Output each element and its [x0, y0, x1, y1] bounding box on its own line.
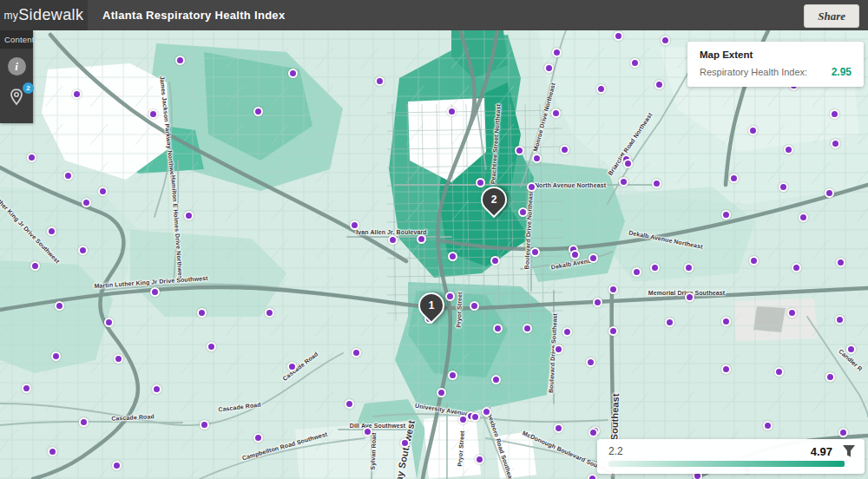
point-marker[interactable] [532, 154, 542, 163]
point-marker[interactable] [652, 179, 661, 188]
point-marker[interactable] [470, 412, 480, 422]
point-marker[interactable] [784, 145, 793, 154]
point-marker[interactable] [345, 399, 354, 409]
point-marker[interactable] [352, 348, 361, 358]
point-marker[interactable] [630, 58, 640, 68]
point-marker[interactable] [197, 308, 207, 318]
point-marker[interactable] [721, 317, 731, 326]
point-marker[interactable] [608, 285, 618, 294]
point-marker[interactable] [787, 308, 797, 318]
point-marker[interactable] [476, 178, 485, 187]
content-tab[interactable]: Content [0, 30, 33, 49]
point-marker[interactable] [27, 153, 36, 162]
point-marker[interactable] [447, 107, 457, 116]
point-marker[interactable] [448, 371, 457, 380]
legend-gradient[interactable] [608, 461, 845, 467]
point-marker[interactable] [799, 213, 808, 222]
point-marker[interactable] [287, 362, 297, 371]
point-marker[interactable] [175, 56, 185, 65]
point-marker[interactable] [104, 318, 114, 327]
point-marker[interactable] [152, 384, 161, 394]
point-marker[interactable] [448, 252, 457, 261]
point-marker[interactable] [654, 80, 664, 89]
point-marker[interactable] [523, 324, 532, 333]
point-marker[interactable] [112, 461, 122, 470]
point-marker[interactable] [363, 427, 372, 436]
point-marker[interactable] [79, 417, 89, 427]
point-marker[interactable] [792, 263, 801, 272]
point-marker[interactable] [835, 315, 845, 325]
point-marker[interactable] [661, 36, 670, 45]
point-marker[interactable] [98, 187, 108, 196]
point-marker[interactable] [184, 211, 194, 220]
point-marker[interactable] [48, 447, 57, 456]
point-marker[interactable] [593, 298, 602, 307]
point-marker[interactable] [445, 292, 455, 301]
location-pin-icon[interactable]: 2 [6, 87, 27, 111]
point-marker[interactable] [588, 474, 597, 479]
point-marker[interactable] [589, 253, 598, 263]
point-marker[interactable] [400, 438, 410, 448]
share-button[interactable]: Share [804, 4, 859, 28]
point-marker[interactable] [685, 292, 694, 302]
point-marker[interactable] [774, 367, 784, 377]
point-marker[interactable] [684, 263, 694, 272]
point-marker[interactable] [493, 324, 503, 333]
point-marker[interactable] [51, 351, 61, 361]
point-marker[interactable] [200, 420, 209, 430]
point-marker[interactable] [632, 267, 641, 277]
point-marker[interactable] [417, 234, 426, 244]
point-marker[interactable] [614, 31, 623, 41]
point-marker[interactable] [253, 433, 263, 443]
point-marker[interactable] [253, 107, 263, 116]
point-marker[interactable] [207, 342, 216, 351]
point-marker[interactable] [586, 358, 595, 367]
point-marker[interactable] [375, 76, 385, 86]
point-marker[interactable] [554, 344, 563, 354]
funnel-icon[interactable] [842, 444, 856, 458]
point-marker[interactable] [836, 258, 845, 267]
point-marker[interactable] [491, 375, 501, 384]
point-marker[interactable] [623, 159, 633, 168]
point-marker[interactable] [838, 428, 848, 437]
point-marker[interactable] [72, 89, 82, 99]
point-marker[interactable] [562, 327, 572, 337]
point-marker[interactable] [350, 220, 359, 230]
point-marker[interactable] [619, 177, 628, 187]
info-icon[interactable]: i [8, 57, 26, 75]
point-marker[interactable] [596, 84, 606, 94]
point-marker[interactable] [490, 256, 500, 266]
point-marker[interactable] [55, 301, 64, 311]
point-marker[interactable] [825, 372, 835, 382]
point-marker[interactable] [148, 109, 158, 119]
point-marker[interactable] [482, 407, 491, 417]
point-marker[interactable] [22, 384, 31, 393]
point-marker[interactable] [729, 174, 739, 183]
point-marker[interactable] [114, 354, 123, 364]
point-marker[interactable] [825, 188, 834, 198]
point-marker[interactable] [388, 235, 398, 245]
point-marker[interactable] [63, 171, 73, 180]
point-marker[interactable] [78, 246, 88, 255]
map-marker-1[interactable]: 1 [413, 287, 450, 324]
point-marker[interactable] [552, 48, 562, 57]
point-marker[interactable] [846, 344, 856, 354]
point-marker[interactable] [721, 364, 731, 374]
point-marker[interactable] [608, 326, 618, 336]
point-marker[interactable] [589, 428, 598, 437]
point-marker[interactable] [749, 256, 759, 266]
point-marker[interactable] [527, 182, 536, 192]
point-marker[interactable] [150, 287, 160, 297]
map-canvas[interactable]: James Jackson Parkway NorthwestHamilton … [0, 30, 868, 479]
point-marker[interactable] [830, 109, 839, 119]
point-marker[interactable] [265, 308, 274, 318]
point-marker[interactable] [544, 63, 554, 73]
point-marker[interactable] [763, 421, 773, 430]
point-marker[interactable] [82, 198, 91, 207]
point-marker[interactable] [515, 146, 524, 155]
point-marker[interactable] [551, 108, 561, 118]
point-marker[interactable] [475, 455, 484, 464]
point-marker[interactable] [518, 207, 528, 217]
point-marker[interactable] [779, 182, 788, 192]
point-marker[interactable] [721, 210, 731, 220]
